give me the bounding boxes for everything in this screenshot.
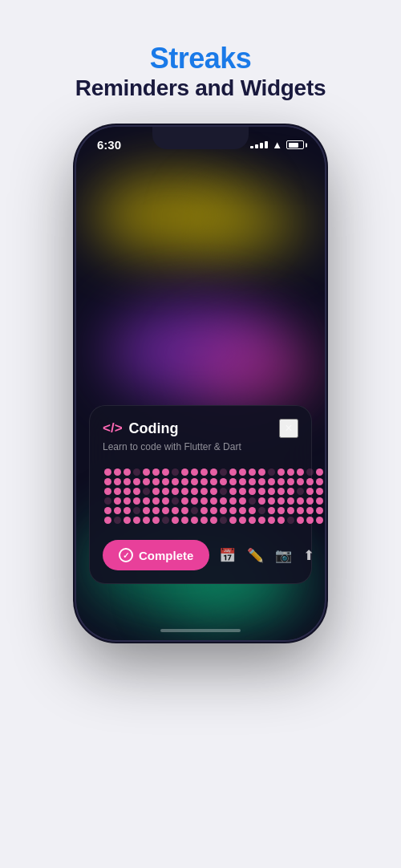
dot-cell: [287, 488, 294, 495]
dot-cell: [152, 468, 160, 476]
dot-cell: [114, 497, 121, 505]
dot-cell: [172, 507, 179, 514]
dot-cell: [316, 468, 323, 476]
dot-cell: [181, 488, 188, 495]
dot-cell: [191, 478, 198, 485]
dot-cell: [162, 517, 169, 524]
dot-cell: [229, 517, 237, 524]
complete-button[interactable]: ✓ Complete: [103, 540, 209, 570]
dot-cell: [287, 468, 294, 476]
dot-cell: [268, 468, 275, 476]
dot-cell: [133, 517, 140, 524]
dot-cell: [229, 507, 237, 514]
dot-cell: [104, 497, 111, 505]
dot-cell: [210, 468, 217, 476]
dot-cell: [200, 478, 208, 485]
dot-cell: [297, 488, 304, 495]
page-header: Streaks Reminders and Widgets: [75, 42, 326, 101]
camera-icon[interactable]: 📷: [275, 547, 292, 564]
dot-cell: [181, 478, 188, 485]
dot-cell: [287, 517, 294, 524]
dot-cell: [172, 517, 179, 524]
dot-cell: [152, 517, 160, 524]
dot-cell: [133, 507, 140, 514]
dot-cell: [143, 468, 150, 476]
dot-cell: [220, 507, 227, 514]
dot-cell: [249, 517, 256, 524]
battery-icon: [286, 140, 304, 149]
app-subtitle: Reminders and Widgets: [75, 75, 326, 101]
card-title: Coding: [129, 420, 179, 437]
dot-cell: [181, 517, 188, 524]
dot-cell: [181, 497, 188, 505]
dot-cell: [306, 478, 314, 485]
dot-cell: [152, 478, 160, 485]
card-title-row: </> Coding: [103, 420, 179, 437]
dot-cell: [181, 468, 188, 476]
dot-cell: [143, 517, 150, 524]
dot-cell: [143, 507, 150, 514]
dot-cell: [210, 478, 217, 485]
dot-cell: [162, 478, 169, 485]
dot-cell: [316, 507, 323, 514]
habit-card: </> Coding × Learn to code with Flutter …: [89, 405, 312, 584]
dot-cell: [104, 488, 111, 495]
dot-cell: [104, 517, 111, 524]
dot-cell: [306, 507, 314, 514]
dot-cell: [152, 488, 160, 495]
dot-cell: [200, 507, 208, 514]
dot-cell: [200, 497, 208, 505]
dot-cell: [114, 517, 121, 524]
dot-cell: [124, 488, 131, 495]
complete-label: Complete: [139, 549, 193, 562]
dot-cell: [277, 478, 285, 485]
dot-cell: [143, 478, 150, 485]
notch: [152, 127, 249, 149]
share-icon[interactable]: ⬆: [303, 547, 314, 564]
dot-cell: [162, 507, 169, 514]
dot-cell: [220, 478, 227, 485]
dot-cell: [277, 497, 285, 505]
dot-cell: [287, 478, 294, 485]
dot-cell: [172, 497, 179, 505]
dot-cell: [239, 468, 246, 476]
phone-screen: 6:30 ▲ </> Coding: [76, 127, 325, 640]
dot-cell: [239, 507, 246, 514]
dot-cell: [258, 478, 265, 485]
dot-cell: [133, 497, 140, 505]
dot-cell: [210, 497, 217, 505]
dot-cell: [133, 468, 140, 476]
dot-grid: [103, 464, 298, 529]
dot-cell: [297, 497, 304, 505]
dot-cell: [268, 517, 275, 524]
edit-icon[interactable]: ✏️: [247, 547, 264, 564]
dot-cell: [249, 488, 256, 495]
dot-cell: [220, 497, 227, 505]
dot-cell: [258, 507, 265, 514]
dot-cell: [249, 478, 256, 485]
card-header: </> Coding ×: [103, 419, 298, 438]
dot-cell: [220, 468, 227, 476]
home-indicator: [160, 629, 241, 632]
dot-cell: [191, 507, 198, 514]
dot-cell: [239, 478, 246, 485]
dot-cell: [191, 517, 198, 524]
dot-cell: [143, 488, 150, 495]
dot-cell: [268, 507, 275, 514]
dot-cell: [124, 517, 131, 524]
dot-cell: [114, 468, 121, 476]
dot-cell: [268, 478, 275, 485]
dot-cell: [114, 478, 121, 485]
dot-cell: [124, 478, 131, 485]
dot-cell: [306, 517, 314, 524]
dot-cell: [239, 517, 246, 524]
dot-cell: [124, 507, 131, 514]
status-icons: ▲: [250, 139, 304, 151]
calendar-icon[interactable]: 📅: [219, 547, 236, 564]
dot-cell: [277, 517, 285, 524]
dot-cell: [133, 488, 140, 495]
dot-cell: [104, 478, 111, 485]
dot-cell: [124, 497, 131, 505]
dot-cell: [162, 488, 169, 495]
close-button[interactable]: ×: [279, 419, 298, 438]
